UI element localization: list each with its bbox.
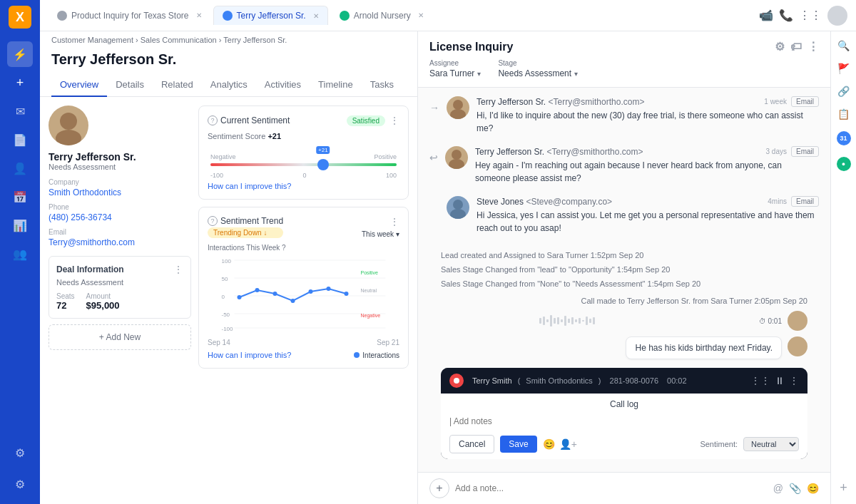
breadcrumb-sales[interactable]: Sales Communication	[141, 36, 217, 44]
trend-info-icon[interactable]: ?	[208, 216, 218, 226]
svg-rect-43	[568, 319, 570, 323]
svg-point-29	[453, 100, 463, 110]
improve-link-trend[interactable]: How can I improve this?	[208, 351, 291, 359]
rs-green-badge[interactable]: ●	[837, 157, 851, 171]
improve-link-sentiment[interactable]: How can I improve this?	[208, 182, 399, 190]
email-value[interactable]: Terry@smithortho.com	[49, 237, 191, 247]
video-icon[interactable]: 📹	[759, 9, 773, 22]
sidebar-icon-add[interactable]: +	[7, 70, 33, 96]
assignee-label: Assignee	[429, 59, 481, 67]
sentiment-more-icon[interactable]: ⋮	[389, 115, 399, 126]
call-notes-input[interactable]	[449, 413, 799, 429]
tab-details[interactable]: Details	[107, 73, 153, 97]
trend-subtitle: Interactions This Week ?	[208, 244, 399, 252]
tab-analytics[interactable]: Analytics	[202, 73, 256, 97]
add-note-input[interactable]	[455, 483, 768, 493]
call-grid-icon[interactable]: ⋮⋮	[750, 375, 770, 386]
stage-value[interactable]: Needs Assessment ▾	[498, 68, 578, 78]
company-label: Company	[49, 178, 191, 186]
tab-close-arnold[interactable]: ✕	[418, 11, 424, 19]
cancel-button[interactable]: Cancel	[449, 435, 494, 453]
call-company-close: )	[598, 376, 601, 385]
sidebar-icon-settings[interactable]: ⚙	[7, 471, 33, 497]
sidebar-icon-calendar[interactable]: 📅	[7, 184, 33, 210]
call-emoji-icon[interactable]: 😊	[543, 438, 555, 450]
save-button[interactable]: Save	[500, 436, 536, 453]
emoji-icon[interactable]: 😊	[807, 483, 819, 494]
msg-sender-1: Terry Jefferson Sr. <Terry@smithortho.co…	[477, 97, 644, 107]
rs-flag-icon[interactable]: 🚩	[837, 63, 850, 74]
attach-icon[interactable]: 📎	[789, 483, 801, 494]
mention-icon[interactable]: @	[773, 483, 783, 494]
add-new-button[interactable]: + Add New	[49, 324, 191, 350]
phone-value[interactable]: (480) 256-36734	[49, 212, 191, 222]
trend-chart: 100 50 0 -50 -100 Positiv	[208, 254, 399, 333]
main-content: Product Inquiry for Texas Store ✕ Terry …	[40, 0, 856, 504]
tab-close-terry[interactable]: ✕	[313, 12, 319, 20]
tab-arnold[interactable]: Arnold Nursery ✕	[331, 6, 432, 25]
content-area: Customer Management › Sales Communicatio…	[40, 31, 856, 504]
sidebar-icon-home[interactable]: ⚡	[7, 41, 33, 67]
rs-calendar-badge[interactable]: 31	[837, 131, 851, 145]
trend-more-icon[interactable]: ⋮	[389, 216, 399, 227]
amount-label: Amount	[86, 292, 120, 300]
call-name: Terry Smith	[472, 376, 512, 385]
add-note-plus-button[interactable]: +	[429, 478, 449, 498]
call-actions: Cancel Save 😊 👤+ Sentiment: Neutral Posi…	[449, 435, 799, 453]
sidebar-icon-group[interactable]: 👥	[7, 241, 33, 267]
call-person-add-icon[interactable]: 👤+	[559, 438, 577, 450]
msg-content-2: Terry Jefferson Sr. <Terry@smithortho.co…	[475, 146, 819, 185]
inquiry-more-icon[interactable]: ⋮	[807, 40, 819, 53]
rs-link-icon[interactable]: 🔗	[837, 86, 850, 97]
tab-overview[interactable]: Overview	[51, 73, 107, 97]
rs-note-icon[interactable]: 📋	[837, 108, 850, 120]
stage-chevron-icon: ▾	[574, 70, 578, 78]
positive-label: Positive	[374, 153, 397, 160]
sentiment-select[interactable]: Neutral Positive Negative	[743, 437, 799, 451]
msg-arrow-in-2: ↩	[429, 152, 438, 163]
left-body: Terry Jefferson Sr. Needs Assessment Com…	[40, 97, 417, 504]
msg-avatar-1	[447, 96, 469, 119]
interactions-legend: Interactions	[362, 351, 399, 359]
sidebar-icon-person[interactable]: 👤	[7, 155, 33, 181]
sidebar-icon-file[interactable]: 📄	[7, 127, 33, 153]
trend-arrow-icon: ↓	[263, 229, 267, 237]
breadcrumb-customer[interactable]: Customer Management	[51, 36, 133, 44]
rs-add-icon[interactable]: +	[840, 480, 847, 495]
msg-type-1: Email	[791, 96, 819, 107]
call-pause-icon[interactable]: ⏸	[775, 375, 785, 386]
tab-related[interactable]: Related	[153, 73, 202, 97]
svg-rect-50	[593, 317, 595, 324]
sentiment-info-icon[interactable]: ?	[208, 115, 218, 125]
sidebar-icon-messages[interactable]: ✉	[7, 98, 33, 124]
phone-icon[interactable]: 📞	[779, 9, 793, 22]
tab-product-inquiry[interactable]: Product Inquiry for Texas Store ✕	[49, 6, 210, 25]
rs-search-icon[interactable]: 🔍	[837, 40, 850, 51]
call-extra-icons: 😊 👤+	[543, 438, 577, 450]
user-avatar[interactable]	[827, 6, 847, 26]
svg-point-34	[450, 209, 466, 219]
tab-timeline[interactable]: Timeline	[310, 73, 362, 97]
svg-point-27	[327, 287, 331, 291]
assignee-chevron-icon: ▾	[477, 70, 481, 78]
week-selector[interactable]: This week ▾	[362, 230, 399, 238]
tag-icon[interactable]: 🏷	[790, 41, 802, 53]
deal-more-icon[interactable]: ⋮	[173, 264, 183, 275]
apps-icon[interactable]: ⋮⋮	[799, 9, 822, 22]
msg-text-2: Hey again - I'm reaching out again becau…	[475, 159, 819, 185]
sidebar-icon-settings-alt[interactable]: ⚙	[7, 440, 33, 466]
tab-tasks[interactable]: Tasks	[362, 73, 402, 97]
settings-icon[interactable]: ⚙	[775, 40, 785, 53]
tab-close-product[interactable]: ✕	[196, 11, 202, 19]
sidebar-icon-chart[interactable]: 📊	[7, 212, 33, 238]
call-log-title: Call log	[449, 399, 799, 409]
call-more-icon[interactable]: ⋮	[789, 375, 799, 386]
birthday-avatar	[788, 336, 807, 356]
app-logo[interactable]: X	[9, 6, 31, 29]
svg-rect-45	[575, 319, 577, 322]
company-value[interactable]: Smith Orthodontics	[49, 187, 191, 197]
tab-terry[interactable]: Terry Jefferson Sr. ✕	[213, 6, 328, 25]
assignee-value[interactable]: Sara Turner ▾	[429, 68, 481, 78]
add-note-icons: @ 📎 😊	[773, 483, 819, 494]
tab-activities[interactable]: Activities	[256, 73, 310, 97]
